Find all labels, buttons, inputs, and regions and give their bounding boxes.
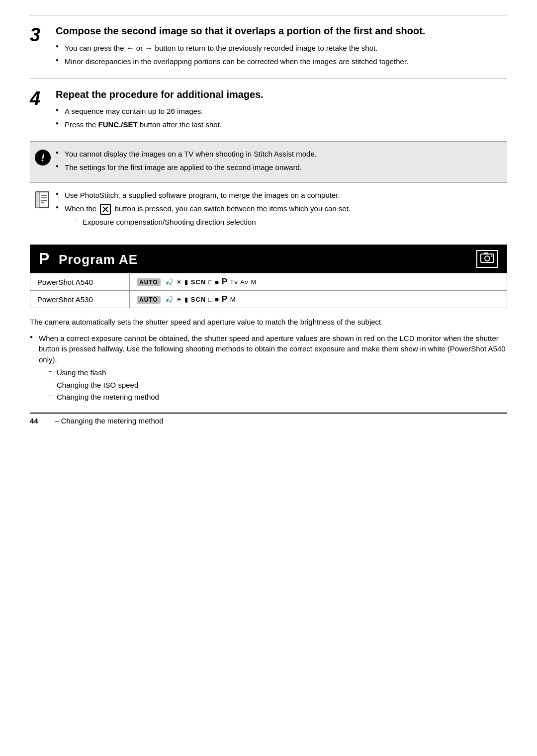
info-icon-container [30,190,56,209]
step-3-bullet-2: Minor discrepancies in the overlapping p… [56,56,507,67]
info-sub-list: Exposure compensation/Shooting direction… [75,217,351,228]
camera-a530-modes: AUTO 🎣 ☀ ▮ SCN □ ■ P M [130,291,507,308]
method-metering: Changing the metering method [49,392,507,403]
step-4-bullet-1: A sequence may contain up to 26 images. [56,106,507,117]
info-bullet-2: When the button is pressed, you can swit… [56,203,351,228]
camera-a540-modes: AUTO 🎣 ☀ ▮ SCN □ ■ P Tv Av M [130,273,507,291]
footer-dash-item: – Changing the metering method [55,417,163,425]
warning-bullet-1: You cannot display the images on a TV wh… [56,149,317,160]
step-4: 4 Repeat the procedure for additional im… [30,79,507,142]
step-4-title: Repeat the procedure for additional imag… [56,88,507,101]
step-4-number: 4 [30,88,56,108]
info-bullets: Use PhotoStitch, a supplied software pro… [56,190,351,228]
program-ae-label: Program AE [59,252,138,267]
page-number: 44 [30,417,50,425]
auto-badge: AUTO [137,278,161,286]
program-ae-bullet-1: When a correct exposure cannot be obtain… [30,333,507,403]
step-3: 3 Compose the second image so that it ov… [30,15,507,79]
camera-row-a540: PowerShot A540 AUTO 🎣 ☀ ▮ SCN □ ■ P Tv A… [30,273,507,291]
warning-bullet-2: The settings for the first image are app… [56,162,317,173]
warning-bullets: You cannot display the images on a TV wh… [56,149,317,173]
scn-label: SCN [191,278,206,286]
svg-point-10 [485,256,490,261]
step-3-number: 3 [30,24,56,44]
method-iso: Changing the ISO speed [49,380,507,391]
info-content: Use PhotoStitch, a supplied software pro… [56,190,351,230]
func-button-icon [100,204,111,215]
camera-modes-table: PowerShot A540 AUTO 🎣 ☀ ▮ SCN □ ■ P Tv A… [30,273,507,308]
svg-rect-1 [36,192,39,208]
program-ae-body: The camera automatically sets the shutte… [30,316,507,328]
svg-point-12 [491,255,493,256]
step-4-bullet-2: Press the FUNC./SET button after the las… [56,119,507,130]
camera-mode-icon [476,250,498,268]
info-box: Use PhotoStitch, a supplied software pro… [30,182,507,237]
warning-icon-container: ! [30,149,56,166]
method-flash: Using the flash [49,367,507,378]
warning-box: ! You cannot display the images on a TV … [30,141,507,182]
step-3-content: Compose the second image so that it over… [56,24,507,70]
shooting-methods-list: Using the flash Changing the ISO speed C… [49,367,507,403]
func-set-label: FUNC./SET [98,120,138,129]
scn-label-2: SCN [191,296,206,303]
program-p-letter: P [39,250,50,267]
svg-rect-11 [484,252,488,254]
step-4-content: Repeat the procedure for additional imag… [56,88,507,133]
p-mode-a540: P [222,277,228,286]
arrow-right-icon: → [145,42,153,54]
warning-circle-icon: ! [35,150,51,166]
auto-badge-2: AUTO [137,296,161,304]
camera-icon-svg [480,252,494,263]
step-3-bullets: You can press the ← or → button to retur… [56,42,507,67]
info-bullet-1: Use PhotoStitch, a supplied software pro… [56,190,351,201]
book-icon [34,191,51,209]
arrow-left-icon: ← [126,42,134,54]
step-3-bullet-1: You can press the ← or → button to retur… [56,42,507,54]
program-ae-header: P Program AE [30,245,507,273]
camera-a530-name: PowerShot A530 [30,291,130,308]
camera-row-a530: PowerShot A530 AUTO 🎣 ☀ ▮ SCN □ ■ P M [30,291,507,308]
p-mode-a530: P [222,294,228,304]
camera-a540-name: PowerShot A540 [30,273,130,291]
warning-content: You cannot display the images on a TV wh… [56,149,317,175]
step-3-title: Compose the second image so that it over… [56,24,507,37]
page-footer: 44 – Changing the metering method [30,413,507,425]
program-ae-title: P Program AE [39,250,138,268]
program-ae-bullets: When a correct exposure cannot be obtain… [30,333,507,403]
info-sub-1: Exposure compensation/Shooting direction… [75,217,351,228]
step-4-bullets: A sequence may contain up to 26 images. … [56,106,507,130]
